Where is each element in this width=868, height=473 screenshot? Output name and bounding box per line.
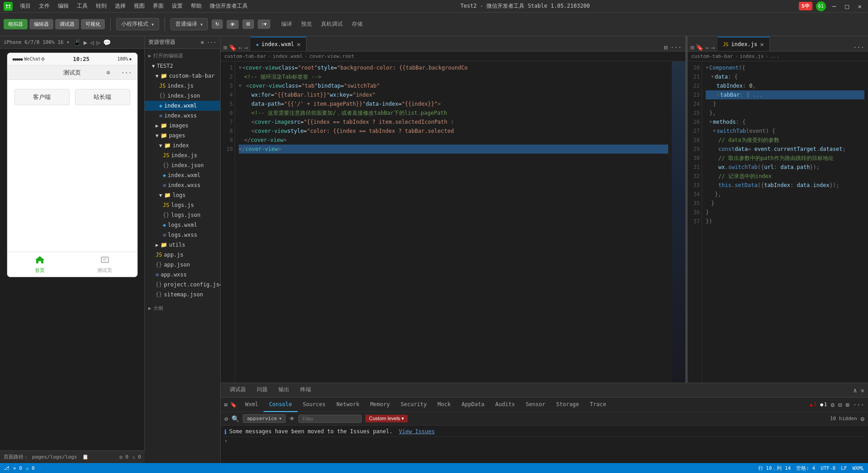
outline-section[interactable]: ▶ 大纲 — [145, 303, 220, 314]
tree-folder-utils[interactable]: ▶ 📁 utils — [145, 240, 220, 250]
tree-file-pages-index-json[interactable]: {} index.json — [145, 160, 220, 170]
forward-icon[interactable]: ▷ — [97, 39, 100, 46]
breadcrumb-ellipsis[interactable]: ... — [770, 53, 779, 59]
menu-edit[interactable]: 编辑 — [54, 1, 72, 11]
real-debug-label[interactable]: 真机调试 — [321, 20, 343, 28]
compile-dropdown[interactable]: 普通编译 ▾ — [170, 18, 208, 30]
devtools-tab-appdata[interactable]: AppData — [456, 398, 490, 412]
menu-select[interactable]: 选择 — [111, 1, 129, 11]
refresh-button[interactable]: ↻ — [212, 19, 223, 29]
minimize-button[interactable]: ─ — [830, 3, 839, 10]
phone-tab-test[interactable]: 测试页 — [72, 252, 137, 277]
tree-file-app-wxss[interactable]: ≡ app.wxss — [145, 270, 220, 280]
tree-file-index-wxss[interactable]: ≡ index.wxss — [145, 111, 220, 121]
mode-dropdown[interactable]: 小程序模式 ▾ — [116, 18, 159, 30]
more-icon[interactable]: ··· — [853, 44, 864, 51]
bookmark-icon[interactable]: 🔖 — [696, 44, 703, 51]
tree-file-pages-index-wxml[interactable]: ◈ index.wxml — [145, 170, 220, 180]
devtools-tab-network[interactable]: Network — [331, 398, 365, 412]
tab-debugger[interactable]: 调试器 — [224, 383, 251, 398]
menu-tool[interactable]: 工具 — [73, 1, 91, 11]
tree-folder-custom-tab-bar[interactable]: ▼ 📁 custom-tab-bar — [145, 71, 220, 81]
tree-file-app-json[interactable]: {} app.json — [145, 260, 220, 270]
maximize-button[interactable]: □ — [842, 3, 851, 10]
settings-gear-icon[interactable]: ⚙ — [830, 401, 834, 408]
undock-icon[interactable]: ⊞ — [845, 401, 849, 408]
tree-file-pages-index-wxss[interactable]: ≡ index.wxss — [145, 180, 220, 190]
tree-file-index-js[interactable]: JS index.js — [145, 81, 220, 91]
devtools-tab-security[interactable]: Security — [395, 398, 432, 412]
eye-icon[interactable]: 👁 — [289, 416, 295, 422]
client-button[interactable]: 客户端 — [14, 89, 70, 105]
compile-label[interactable]: 编译 — [281, 20, 292, 28]
devtools-tab-memory[interactable]: Memory — [365, 398, 395, 412]
console-prompt[interactable]: › — [224, 437, 864, 445]
chat-icon[interactable]: 💬 — [103, 39, 111, 46]
breadcrumb-custom-tab-bar[interactable]: custom-tab-bar — [691, 53, 733, 59]
save-label[interactable]: 存储 — [352, 20, 363, 28]
tree-folder-pages[interactable]: ▼ 📁 pages — [145, 131, 220, 140]
tree-folder-index[interactable]: ▼ 📁 index — [145, 140, 220, 150]
menu-settings[interactable]: 设置 — [168, 1, 186, 11]
tab-index-wxml[interactable]: ◈ index.wxml ✕ — [250, 37, 307, 51]
menu-goto[interactable]: 转到 — [92, 1, 110, 11]
simulator-button[interactable]: 模拟器 — [4, 19, 28, 29]
fold-icon[interactable]: ▼ — [709, 117, 712, 126]
custom-levels-button[interactable]: Custom levels ▾ — [365, 415, 408, 422]
back-nav-icon[interactable]: ← — [705, 44, 709, 51]
more-devtools-icon[interactable]: ··· — [853, 401, 864, 408]
tree-folder-images[interactable]: ▶ 📁 images — [145, 121, 220, 131]
tab-close-button[interactable]: ✕ — [760, 41, 764, 48]
debug-button[interactable]: 调试器 — [55, 19, 79, 29]
tab-terminal[interactable]: 终端 — [295, 383, 316, 398]
tree-file-pages-index-js[interactable]: JS index.js — [145, 150, 220, 160]
breadcrumb-custom-tab-bar[interactable]: custom-tab-bar — [224, 53, 266, 59]
devtools-tab-sources[interactable]: Sources — [297, 398, 331, 412]
nav-dots[interactable]: ··· — [121, 69, 132, 76]
menu-project[interactable]: 项目 — [16, 1, 34, 11]
fold-icon[interactable]: ▼ — [239, 63, 241, 72]
appservice-dropdown[interactable]: appservice ▾ — [243, 414, 286, 423]
upload-button[interactable]: ↑▾ — [258, 19, 270, 29]
tree-file-logs-json[interactable]: {} logs.json — [145, 210, 220, 220]
collapse-icon[interactable]: ∧ — [853, 387, 857, 394]
open-editors-section[interactable]: ▶ 打开的编辑器 — [145, 51, 220, 61]
nav-circle[interactable]: ⊙ — [107, 69, 110, 76]
tree-file-logs-wxml[interactable]: ◈ logs.wxml — [145, 220, 220, 230]
tree-file-index-wxml-selected[interactable]: ◈ index.wxml — [145, 101, 220, 111]
tree-file-logs-js[interactable]: JS logs.js — [145, 200, 220, 210]
devtools-tab-wxml[interactable]: Wxml — [240, 398, 264, 412]
devtools-tab-sensor[interactable]: Sensor — [520, 398, 551, 412]
preview-eye-button[interactable]: 👁 — [226, 20, 239, 29]
tree-file-app-js[interactable]: JS app.js — [145, 250, 220, 260]
fold-icon[interactable]: ▼ — [706, 63, 708, 72]
devtools-tab-console[interactable]: Console — [264, 398, 297, 412]
tree-file-project-config[interactable]: {} project.config.json — [145, 280, 220, 290]
split-icon[interactable]: ⊞ — [223, 44, 227, 51]
block-icon[interactable]: ⊘ — [224, 415, 228, 422]
filter-input[interactable] — [298, 415, 362, 423]
devtools-icon-bookmark[interactable]: 🔖 — [230, 402, 237, 408]
back-icon[interactable]: ◁ — [90, 39, 94, 46]
menu-wechat-devtools[interactable]: 微信开发者工具 — [206, 1, 251, 11]
devtools-tab-audits[interactable]: Audits — [490, 398, 520, 412]
breadcrumb-cover-view[interactable]: cover-view.root — [309, 53, 354, 59]
editor-button[interactable]: 编辑器 — [29, 19, 53, 29]
breadcrumb-index-wxml[interactable]: index.wxml — [273, 53, 302, 59]
preview-label[interactable]: 预览 — [301, 20, 312, 28]
tree-root[interactable]: ▼ TEST2 — [145, 61, 220, 71]
tab-index-js[interactable]: JS index.js ✕ — [717, 37, 769, 51]
tree-folder-logs[interactable]: ▼ 📁 logs — [145, 190, 220, 200]
menu-view[interactable]: 视图 — [130, 1, 148, 11]
settings-button[interactable]: ⚙ — [242, 19, 254, 29]
tab-issues[interactable]: 问题 — [251, 383, 273, 398]
forward-nav-icon[interactable]: → — [711, 44, 715, 51]
play-icon[interactable]: ▶ — [84, 39, 87, 46]
split-editor-icon[interactable]: ⊟ — [664, 44, 667, 51]
back-nav-icon[interactable]: ← — [238, 44, 242, 51]
split-icon[interactable]: ⊞ — [690, 44, 694, 51]
more-options-icon[interactable]: ··· — [207, 39, 217, 46]
filter-icon[interactable]: 🔍 — [231, 415, 239, 422]
menu-help[interactable]: 帮助 — [187, 1, 205, 11]
menu-file[interactable]: 文件 — [35, 1, 53, 11]
